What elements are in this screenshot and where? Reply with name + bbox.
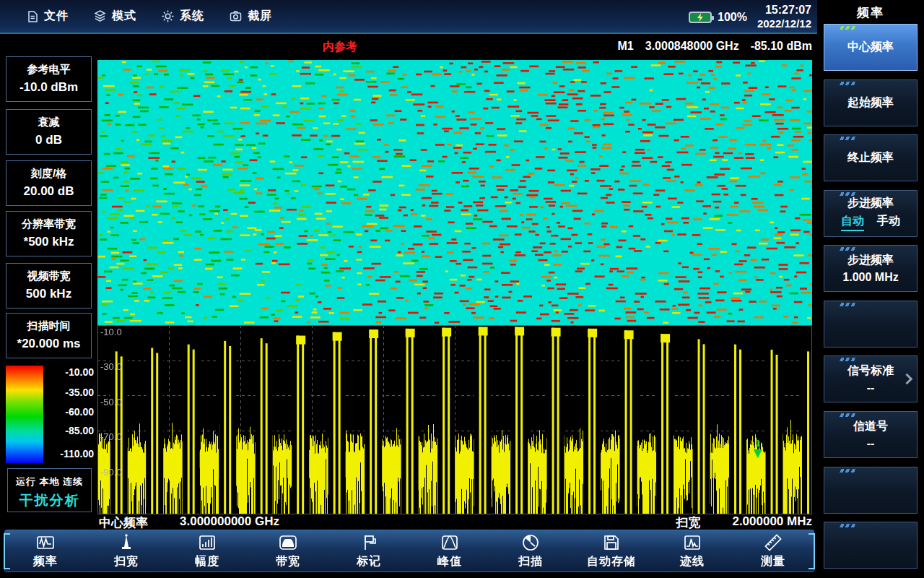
clock: 15:27:07 2022/12/12 — [757, 3, 811, 31]
btn-empty-3[interactable] — [824, 522, 918, 569]
menu-mode-label: 模式 — [112, 9, 136, 24]
menu-screenshot[interactable]: 截屏 — [229, 9, 272, 24]
menu-file-label: 文件 — [44, 9, 69, 24]
btn-start-frequency[interactable]: 起始频率 — [824, 79, 918, 126]
btn-signal-standard[interactable]: 信号标准 -- — [824, 355, 918, 402]
toolbar-sweep[interactable]: 扫描 — [490, 530, 571, 571]
toolbar-frequency[interactable]: 频率 — [5, 530, 86, 571]
toolbar-label: 扫描 — [518, 554, 543, 569]
param-value: -10.0 dBm — [6, 80, 91, 95]
analysis-mode-text: 干扰分析 — [8, 491, 91, 510]
btn-step-frequency-value[interactable]: 步进频率 1.000 MHz — [824, 245, 918, 292]
y-axis-tick: -50.0 — [100, 397, 122, 407]
btn-value: -- — [867, 381, 875, 394]
btn-stop-frequency[interactable]: 终止频率 — [824, 134, 918, 181]
battery-icon — [689, 12, 712, 23]
toolbar-amplitude[interactable]: 幅度 — [167, 530, 248, 571]
y-axis-tick: -10.0 — [100, 327, 122, 337]
param-scale-per-div[interactable]: 刻度/格 20.00 dB — [6, 160, 92, 206]
system-icon — [161, 9, 175, 23]
span-value: 2.000000 MHz — [732, 514, 812, 531]
param-attenuation[interactable]: 衰减 0 dB — [6, 109, 92, 155]
menu-system[interactable]: 系统 — [161, 9, 204, 24]
toolbar-marker[interactable]: 标记 — [328, 530, 409, 571]
toolbar-label: 幅度 — [195, 554, 219, 569]
btn-empty-2[interactable] — [824, 467, 918, 514]
btn-label: 信号标准 — [847, 363, 894, 379]
sweep-icon — [520, 532, 541, 553]
spectrum-plot — [97, 325, 812, 514]
step-mode-options: 自动 手动 — [841, 214, 900, 231]
param-value: 0 dB — [6, 133, 91, 147]
param-label: 参考电平 — [6, 63, 91, 77]
time-text: 15:27:07 — [757, 3, 811, 17]
colorbar-tick: -60.00 — [45, 406, 94, 418]
marker-readout: M1 3.000848000 GHz -85.10 dBm — [505, 40, 812, 53]
option-auto[interactable]: 自动 — [841, 214, 864, 231]
y-axis-tick: -90.0 — [100, 467, 122, 478]
amplitude-colorbar — [6, 366, 43, 463]
run-status-text: 运行 本地 连续 — [8, 475, 91, 488]
toolbar-peak[interactable]: 峰值 — [409, 530, 490, 571]
chevron-right-icon — [902, 374, 913, 385]
btn-label: 信道号 — [853, 419, 888, 434]
measure-icon — [763, 532, 783, 553]
y-axis-tick: -30.0 — [100, 361, 122, 372]
btn-label: 终止频率 — [847, 150, 894, 165]
btn-value: 1.000 MHz — [842, 271, 898, 284]
date-text: 2022/12/12 — [757, 17, 811, 31]
internal-reference-label: 内参考 — [323, 40, 357, 55]
btn-label: 步进频率 — [847, 253, 894, 268]
param-value: *500 kHz — [6, 235, 91, 249]
top-menu-bar: 文件 模式 系统 截屏 100% 15:27:07 2022/12/12 — [0, 0, 817, 34]
toolbar-bandwidth[interactable]: 带宽 — [248, 530, 328, 571]
toolbar-left-bracket — [4, 533, 10, 569]
param-value: 500 kHz — [6, 287, 91, 301]
toolbar-label: 测量 — [761, 554, 785, 569]
y-axis-tick: -70.0 — [100, 431, 122, 442]
battery-indicator: 100% — [689, 11, 747, 24]
peak-icon — [440, 532, 460, 553]
btn-channel-number[interactable]: 信道号 -- — [824, 411, 918, 458]
center-frequency-value: 3.000000000 GHz — [180, 514, 279, 531]
frequency-info-row: 中心频率 3.000000000 GHz 扫宽 2.000000 MHz — [99, 514, 812, 531]
run-status-box: 运行 本地 连续 干扰分析 — [7, 468, 92, 512]
btn-step-frequency-mode[interactable]: 步进频率 自动 手动 — [824, 190, 918, 237]
marker-level: -85.10 dBm — [751, 40, 812, 53]
option-manual[interactable]: 手动 — [877, 214, 900, 231]
frequency-icon — [35, 532, 56, 553]
toolbar-label: 频率 — [33, 554, 58, 569]
btn-center-frequency[interactable]: 中心频率 — [824, 24, 918, 71]
btn-empty-1[interactable] — [824, 301, 918, 348]
marker-icon — [359, 532, 379, 553]
screenshot-icon — [229, 9, 243, 23]
function-toolbar: 频率 扫宽 幅度 带宽 标记 峰值 扫描 自动存储 — [4, 530, 814, 572]
param-sweep-time[interactable]: 扫描时间 *20.000 ms — [6, 313, 92, 358]
menu-mode[interactable]: 模式 — [93, 9, 136, 24]
param-rbw[interactable]: 分辨率带宽 *500 kHz — [6, 211, 92, 256]
menu-screenshot-label: 截屏 — [248, 9, 272, 24]
toolbar-measure[interactable]: 测量 — [733, 530, 814, 571]
toolbar-right-bracket — [808, 533, 815, 569]
toolbar-label: 自动存储 — [587, 554, 636, 569]
file-icon — [26, 10, 39, 23]
topbar-status: 100% 15:27:07 2022/12/12 — [689, 0, 811, 34]
menu-file[interactable]: 文件 — [26, 9, 69, 24]
toolbar-span[interactable]: 扫宽 — [86, 530, 167, 571]
param-vbw[interactable]: 视频带宽 500 kHz — [6, 263, 92, 309]
param-ref-level[interactable]: 参考电平 -10.0 dBm — [6, 56, 92, 102]
param-label: 扫描时间 — [6, 319, 91, 333]
colorbar-tick: -35.00 — [45, 387, 94, 398]
span-icon — [116, 532, 136, 553]
amplitude-icon — [197, 532, 217, 553]
menu-system-label: 系统 — [180, 9, 204, 24]
toolbar-autosave[interactable]: 自动存储 — [571, 530, 652, 571]
toolbar-trace[interactable]: 迹线 — [652, 530, 733, 571]
param-label: 分辨率带宽 — [6, 217, 91, 231]
toolbar-label: 峰值 — [437, 554, 462, 569]
battery-percent: 100% — [718, 11, 747, 24]
toolbar-label: 迹线 — [680, 554, 705, 569]
right-menu-panel: 频率 中心频率 起始频率 终止频率 步进频率 自动 手动 步进频率 1.000 … — [817, 0, 924, 578]
param-label: 视频带宽 — [6, 269, 91, 283]
trace-icon — [682, 532, 702, 553]
